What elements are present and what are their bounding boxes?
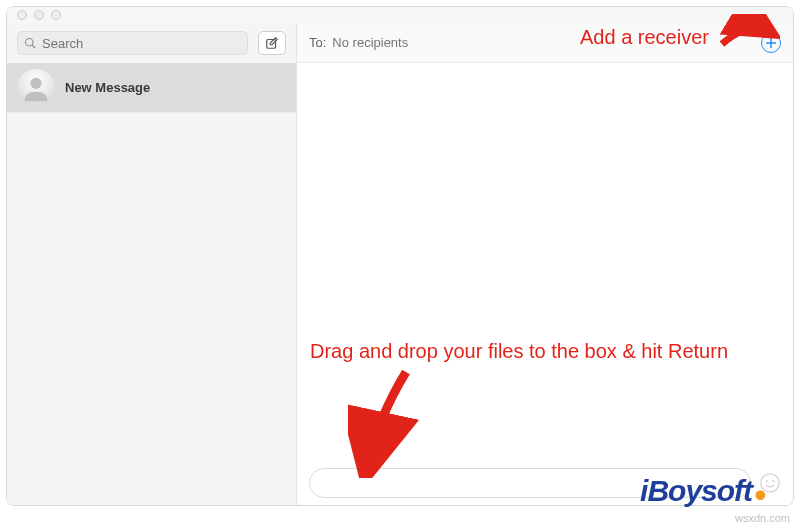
watermark-logo: iBoysoft• xyxy=(640,474,762,508)
to-label: To: xyxy=(309,35,326,50)
compose-icon xyxy=(265,36,279,50)
search-field[interactable] xyxy=(17,31,248,55)
conversation-pane: To: xyxy=(297,23,793,505)
close-window-icon[interactable] xyxy=(17,10,27,20)
main-split: New Message To: xyxy=(7,23,793,505)
svg-line-1 xyxy=(32,45,35,48)
minimize-window-icon[interactable] xyxy=(34,10,44,20)
compose-button[interactable] xyxy=(258,31,286,55)
avatar xyxy=(17,69,55,107)
add-recipient-button[interactable] xyxy=(761,33,781,53)
site-watermark: wsxdn.com xyxy=(735,512,790,524)
watermark-text: iBoysoft xyxy=(640,474,752,508)
to-row: To: xyxy=(297,23,793,63)
zoom-window-icon[interactable] xyxy=(51,10,61,20)
messages-window: New Message To: xyxy=(6,6,794,506)
svg-point-0 xyxy=(26,39,34,47)
conversation-list: New Message xyxy=(7,63,296,505)
svg-point-8 xyxy=(772,480,774,482)
svg-point-3 xyxy=(30,77,41,88)
plus-icon xyxy=(765,37,777,49)
search-input[interactable] xyxy=(42,36,241,51)
titlebar xyxy=(7,7,793,23)
svg-point-7 xyxy=(766,480,768,482)
search-icon xyxy=(24,37,36,49)
sidebar-toolbar xyxy=(7,23,296,63)
sidebar: New Message xyxy=(7,23,297,505)
to-field[interactable] xyxy=(332,35,755,50)
svg-rect-2 xyxy=(267,40,276,49)
message-area[interactable] xyxy=(297,63,793,461)
person-icon xyxy=(21,73,51,103)
conversation-item[interactable]: New Message xyxy=(7,63,296,113)
conversation-title: New Message xyxy=(65,80,150,95)
